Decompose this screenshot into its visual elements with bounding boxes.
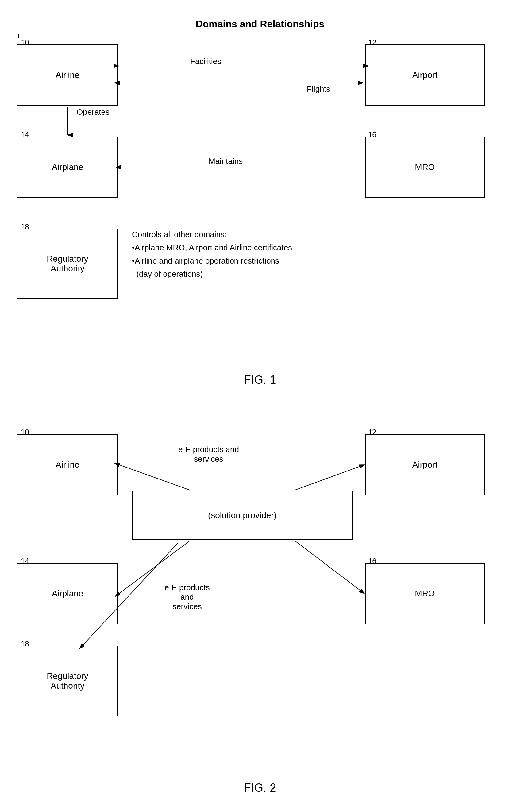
airport2-label: Airport [412,460,438,470]
description-block: Controls all other domains: •Airplane MR… [132,229,408,281]
airline1-box: Airline [17,45,118,106]
fig2-label: FIG. 2 [0,781,520,794]
operates-label: Operates [77,107,109,117]
facilities-label: Facilities [190,57,221,66]
airplane2-box: Airplane [17,563,118,624]
airplane1-box: Airplane [17,136,118,198]
mro1-label: MRO [415,162,435,172]
svg-line-9 [119,465,190,490]
ee-products-label2: e-E productsandservices [141,583,233,611]
desc-item1: •Airplane MRO, Airport and Airline certi… [132,242,408,254]
ee-products-label1: e-E products andservices [166,445,252,464]
divider [15,402,506,402]
page-container: Domains and Relationships 10 Airline 12 … [0,0,520,812]
fig1-section: Domains and Relationships 10 Airline 12 … [0,9,520,396]
mro2-label: MRO [415,589,435,599]
airline1-label: Airline [55,70,79,80]
desc-title: Controls all other domains: [132,229,408,240]
desc-item2: •Airline and airplane operation restrict… [132,255,408,267]
airport1-label: Airport [412,70,438,80]
airplane1-label: Airplane [52,162,83,172]
fig1-title: Domains and Relationships [0,19,520,30]
regauth2-box: Regulatory Authority [17,646,118,716]
airport2-box: Airport [365,434,485,495]
svg-line-10 [294,465,364,490]
airplane2-label: Airplane [52,589,83,599]
mro1-box: MRO [365,136,485,198]
regauth1-box: Regulatory Authority [17,229,118,299]
airline2-box: Airline [17,434,118,495]
regauth2-label: Regulatory Authority [47,671,88,691]
svg-line-12 [294,541,364,594]
fig1-label: FIG. 1 [0,373,520,387]
solution-box: (solution provider) [132,491,353,540]
fig2-section: 10 Airline 12 Airport 20 (solution provi… [0,408,520,804]
regauth1-label: Regulatory Authority [47,254,88,273]
flights-label: Flights [307,84,331,94]
airport1-box: Airport [365,45,485,106]
maintains-label: Maintains [209,156,243,166]
mro2-box: MRO [365,563,485,624]
desc-item3: (day of operations) [132,268,408,280]
solution-label: (solution provider) [208,510,277,520]
airline2-label: Airline [55,460,79,470]
